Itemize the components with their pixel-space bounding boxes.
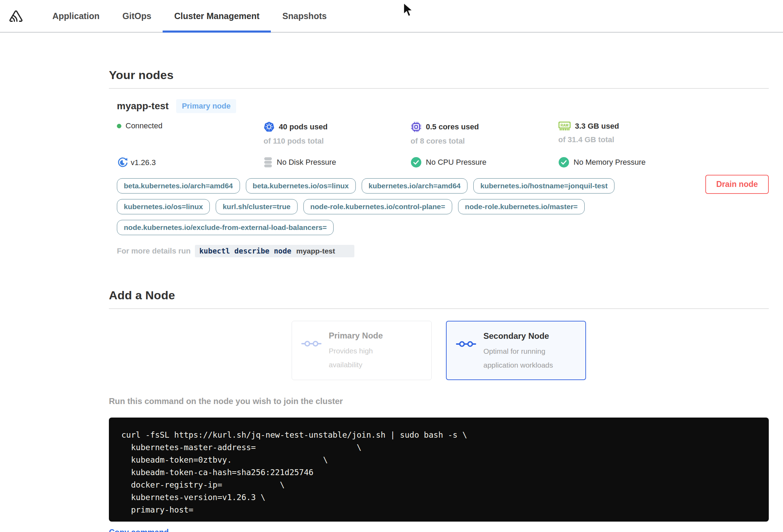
command-line: kubeadm-token=0ztbvy. \ — [121, 454, 756, 466]
details-hint-prefix: For more details run — [117, 247, 191, 256]
node-label-pill: kurl.sh/cluster=true — [216, 199, 298, 214]
cores-stat: 0.5 cores used of 8 cores total — [411, 121, 558, 146]
cpu-pressure-label: No CPU Pressure — [426, 158, 487, 167]
node-label-pill: kubernetes.io/os=linux — [117, 199, 210, 214]
pods-stat: 40 pods used of 110 pods total — [264, 121, 411, 146]
primary-node-card-desc: Provides high availability — [329, 344, 404, 372]
disk-pressure-label: No Disk Pressure — [277, 158, 336, 167]
pods-total: of 110 pods total — [264, 137, 411, 146]
node-status: Connected — [117, 121, 264, 146]
version-label: v1.26.3 — [131, 158, 156, 167]
command-line: primary-host= — [121, 504, 756, 516]
command-line: docker-registry-ip= \ — [121, 479, 756, 491]
node-card-section: myapp-test Primary node Connected — [109, 99, 769, 257]
kubectl-command: kubectl describe node — [199, 247, 292, 255]
pods-used: 40 pods used — [279, 122, 328, 131]
nav-tabs: Application GitOps Cluster Management Sn… — [41, 0, 338, 32]
primary-node-badge: Primary node — [176, 99, 236, 113]
secondary-node-card-desc: Optimal for running application workload… — [483, 344, 559, 372]
node-label-pill: node-role.kubernetes.io/control-plane= — [303, 199, 452, 214]
node-label-pill: node.kubernetes.io/exclude-from-external… — [117, 220, 334, 235]
primary-node-card-title: Primary Node — [329, 331, 404, 341]
memory-used: 3.3 GB used — [575, 122, 619, 131]
primary-node-card[interactable]: Primary Node Provides high availability — [292, 321, 432, 380]
cores-used: 0.5 cores used — [426, 122, 479, 131]
section-divider — [109, 308, 769, 309]
node-label-pill: beta.kubernetes.io/arch=amd64 — [117, 178, 240, 194]
node-name-row: myapp-test Primary node — [117, 99, 769, 113]
node-stats-grid: Connected — [117, 121, 769, 169]
tab-snapshots[interactable]: Snapshots — [271, 0, 338, 32]
memory-stat: RAM 3.3 GB used of 31.4 GB total — [558, 121, 769, 146]
secondary-node-card-title: Secondary Node — [483, 331, 559, 341]
node-type-cards: Primary Node Provides high availability — [109, 321, 769, 380]
node-link-icon — [301, 340, 321, 380]
section-divider — [109, 88, 769, 89]
join-instruction: Run this command on the node you wish to… — [109, 396, 769, 406]
copy-command-link[interactable]: Copy command — [109, 528, 169, 532]
main-content: Your nodes myapp-test Primary node Conne… — [0, 68, 783, 532]
cpu-icon — [411, 121, 422, 132]
cpu-pressure: No CPU Pressure — [411, 157, 558, 169]
check-circle-icon — [558, 157, 569, 168]
details-hint: For more details run kubectl describe no… — [117, 245, 769, 257]
node-label-pill: node-role.kubernetes.io/master= — [458, 199, 585, 214]
secondary-node-card[interactable]: Secondary Node Optimal for running appli… — [446, 321, 586, 380]
tab-cluster-management[interactable]: Cluster Management — [163, 0, 271, 32]
disk-pressure: No Disk Pressure — [264, 157, 411, 169]
drain-node-button[interactable]: Drain node — [705, 175, 769, 194]
top-navbar: Application GitOps Cluster Management Sn… — [0, 0, 783, 33]
node-labels: beta.kubernetes.io/arch=amd64 beta.kuber… — [117, 178, 769, 235]
connected-label: Connected — [126, 121, 162, 130]
node-name: myapp-test — [117, 101, 169, 112]
kubectl-node-name: myapp-test — [296, 247, 335, 255]
logo-icon — [9, 9, 23, 23]
cores-total: of 8 cores total — [411, 137, 558, 146]
kubectl-command-chip: kubectl describe node myapp-test — [195, 245, 355, 257]
memory-pressure-label: No Memory Pressure — [574, 158, 646, 167]
join-command-terminal: curl -fsSL https://kurl.sh/jq-new-test-u… — [109, 418, 769, 522]
tab-application[interactable]: Application — [41, 0, 111, 32]
command-line: kubernetes-master-address= \ — [121, 441, 756, 454]
command-line: kubernetes-version=v1.26.3 \ — [121, 491, 756, 504]
check-circle-icon — [411, 157, 422, 168]
command-line: curl -fsSL https://kurl.sh/jq-new-test-u… — [121, 429, 756, 441]
kubernetes-icon — [264, 121, 275, 132]
tab-gitops[interactable]: GitOps — [111, 0, 163, 32]
memory-total: of 31.4 GB total — [558, 135, 769, 144]
ram-icon: RAM — [558, 121, 571, 131]
svg-text:RAM: RAM — [561, 123, 569, 127]
app-logo[interactable] — [0, 0, 41, 32]
node-label-pill: kubernetes.io/hostname=jonquil-test — [473, 178, 614, 194]
node-label-pill: kubernetes.io/arch=amd64 — [362, 178, 468, 194]
disk-icon — [264, 157, 273, 168]
your-nodes-title: Your nodes — [109, 68, 769, 82]
node-link-icon — [456, 340, 476, 379]
command-line: kubeadm-token-ca-hash=sha256:221d25746 — [121, 466, 756, 479]
add-node-title: Add a Node — [109, 289, 769, 302]
memory-pressure: No Memory Pressure — [558, 157, 769, 169]
version-history-icon — [117, 157, 129, 169]
node-version: v1.26.3 — [117, 157, 264, 169]
node-label-pill: beta.kubernetes.io/os=linux — [246, 178, 356, 194]
connected-status-dot — [117, 124, 121, 128]
